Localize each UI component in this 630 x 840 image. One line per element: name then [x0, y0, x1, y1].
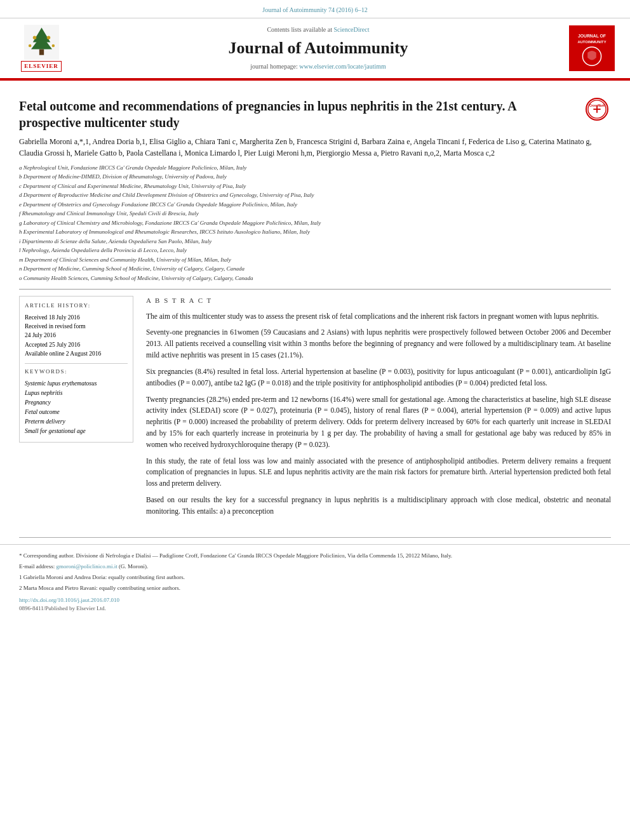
- journal-logo-box: JOURNAL OF AUTOIMMUNITY: [566, 25, 617, 72]
- article-info-box: Article history: Received 18 July 2016 R…: [19, 296, 133, 442]
- top-bar: Journal of Autoimmunity 74 (2016) 6–12: [0, 0, 630, 18]
- contents-line: Contents lists available at ScienceDirec…: [76, 25, 560, 34]
- header-center: Contents lists available at ScienceDirec…: [76, 25, 560, 72]
- corresponding-note: * Corresponding author. Divisione di Nef…: [19, 551, 611, 560]
- abstract-para-3: Six pregnancies (8.4%) resulted in fetal…: [146, 366, 611, 389]
- authors: Gabriella Moroni a,*,1, Andrea Doria b,1…: [19, 136, 611, 159]
- crossmark: CrossMark: [586, 98, 611, 123]
- abstract-title: A B S T R A C T: [146, 296, 611, 305]
- main-content: Fetal outcome and recommendations of pre…: [0, 81, 630, 532]
- email-link[interactable]: gmoroni@policlinico.mi.it: [56, 563, 117, 570]
- article-history-title: Article history:: [25, 302, 128, 310]
- abstract-section: A B S T R A C T The aim of this multicen…: [146, 296, 611, 522]
- keyword-4: Fetal outcome: [25, 408, 128, 417]
- elsevier-logo: ELSEVIER: [13, 25, 70, 72]
- svg-point-5: [46, 36, 50, 40]
- affiliation-c: c Department of Clinical and Experimenta…: [19, 182, 611, 191]
- affiliation-l: l Nephrology, Azienda Ospedaliera della …: [19, 246, 611, 255]
- revised-label: Received in revised form: [25, 322, 128, 331]
- elsevier-tree-icon: [24, 25, 59, 60]
- affiliation-b: b Department of Medicine-DIMED, Division…: [19, 173, 611, 182]
- affiliation-g: g Laboratory of Clinical Chemistry and M…: [19, 219, 611, 228]
- affiliation-a: a Nephrological Unit, Fondazione IRCCS C…: [19, 164, 611, 173]
- revised-date: 24 July 2016: [25, 331, 128, 340]
- journal-logo-img: JOURNAL OF AUTOIMMUNITY: [569, 25, 615, 71]
- abstract-para-6: Based on our results the key for a succe…: [146, 495, 611, 517]
- journal-ref: Journal of Autoimmunity 74 (2016) 6–12: [262, 6, 367, 13]
- footnote-1: 1 Gabriella Moroni and Andrea Doria: equ…: [19, 573, 611, 582]
- journal-header: ELSEVIER Contents lists available at Sci…: [0, 18, 630, 79]
- crossmark-badge: CrossMark: [586, 98, 608, 121]
- issn-line: 0896-8411/Published by Elsevier Ltd.: [19, 604, 611, 613]
- affiliation-n: n Department of Medicine, Cumming School…: [19, 265, 611, 274]
- keyword-5: Preterm delivery: [25, 417, 128, 427]
- keyword-1: Systemic lupus erythematosus: [25, 379, 128, 389]
- doi-line[interactable]: http://dx.doi.org/10.1016/j.jaut.2016.07…: [19, 596, 611, 604]
- abstract-para-4: Twenty pregnancies (28.2%) ended pre-ter…: [146, 394, 611, 451]
- keywords-section: Keywords: Systemic lupus erythematosus L…: [25, 363, 128, 437]
- accepted-date: Accepted 25 July 2016: [25, 340, 128, 349]
- email-label: E-mail address:: [19, 563, 55, 570]
- email-note: E-mail address: gmoroni@policlinico.mi.i…: [19, 562, 611, 571]
- affiliation-e: e Department of Obstetrics and Gynecolog…: [19, 201, 611, 210]
- email-name: (G. Moroni).: [119, 563, 148, 570]
- sciencedirect-link[interactable]: ScienceDirect: [333, 26, 369, 33]
- section-divider: [19, 289, 611, 290]
- affiliation-d: d Department of Reproductive Medicine an…: [19, 191, 611, 200]
- abstract-text: The aim of this multicenter study was to…: [146, 311, 611, 517]
- svg-text:JOURNAL OF: JOURNAL OF: [578, 34, 606, 38]
- svg-rect-3: [39, 50, 43, 55]
- article-info-panel: Article history: Received 18 July 2016 R…: [19, 296, 133, 522]
- footnote-2: 2 Marta Mosca and Pietro Ravani: equally…: [19, 583, 611, 592]
- article-title: Fetal outcome and recommendations of pre…: [19, 98, 565, 131]
- affiliations: a Nephrological Unit, Fondazione IRCCS C…: [19, 164, 611, 283]
- abstract-para-1: The aim of this multicenter study was to…: [146, 311, 611, 323]
- footnotes-section: * Corresponding author. Divisione di Nef…: [0, 544, 630, 619]
- doi-link[interactable]: http://dx.doi.org/10.1016/j.jaut.2016.07…: [19, 597, 119, 603]
- abstract-para-5: In this study, the rate of fetal loss wa…: [146, 456, 611, 490]
- available-date: Available online 2 August 2016: [25, 349, 128, 358]
- journal-title: Journal of Autoimmunity: [76, 37, 560, 60]
- elsevier-brand-text: ELSEVIER: [21, 61, 62, 72]
- affiliation-f: f Rheumatology and Clinical Immunology U…: [19, 210, 611, 218]
- keyword-6: Small for gestational age: [25, 427, 128, 436]
- svg-point-7: [51, 44, 55, 48]
- footer-divider: [19, 537, 611, 538]
- keywords-title: Keywords:: [25, 368, 128, 377]
- homepage-line: journal homepage: www.elsevier.com/locat…: [76, 62, 560, 71]
- keyword-2: Lupus nephritis: [25, 389, 128, 398]
- two-col-layout: Article history: Received 18 July 2016 R…: [19, 296, 611, 522]
- svg-rect-8: [570, 27, 613, 70]
- keyword-3: Pregnancy: [25, 398, 128, 408]
- affiliation-m: m Department of Clinical Sciences and Co…: [19, 256, 611, 265]
- affiliation-i: i Dipartimento di Scienze della Salute, …: [19, 237, 611, 246]
- svg-point-6: [28, 44, 31, 48]
- authors-text: Gabriella Moroni a,*,1, Andrea Doria b,1…: [19, 137, 591, 157]
- received-date: Received 18 July 2016: [25, 313, 128, 322]
- affiliation-o: o Community Health Sciences, Cumming Sch…: [19, 274, 611, 283]
- affiliation-h: h Experimental Laboratory of Immunologic…: [19, 228, 611, 237]
- article-title-section: Fetal outcome and recommendations of pre…: [19, 98, 611, 131]
- svg-point-4: [32, 36, 36, 40]
- homepage-link[interactable]: www.elsevier.com/locate/jautimm: [299, 63, 386, 70]
- corresponding-text: * Corresponding author. Divisione di Nef…: [19, 552, 452, 559]
- svg-text:AUTOIMMUNITY: AUTOIMMUNITY: [577, 40, 606, 44]
- abstract-para-2: Seventy-one pregnancies in 61women (59 C…: [146, 327, 611, 361]
